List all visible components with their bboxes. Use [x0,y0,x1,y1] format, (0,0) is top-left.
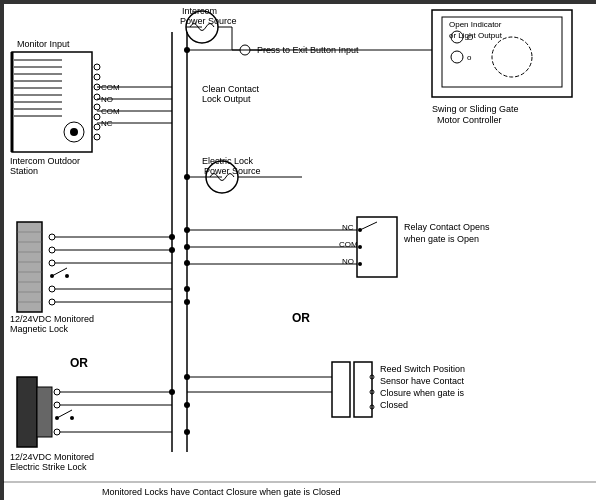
svg-text:Closed: Closed [380,400,408,410]
svg-text:Monitor Input: Monitor Input [17,39,70,49]
svg-text:Electric Strike Lock: Electric Strike Lock [10,462,87,472]
svg-text:Swing or Sliding Gate: Swing or Sliding Gate [432,104,519,114]
svg-point-76 [184,299,190,305]
svg-point-74 [184,260,190,266]
svg-text:Open Indicator: Open Indicator [449,20,502,29]
svg-point-73 [169,247,175,253]
svg-point-86 [70,416,74,420]
svg-text:Intercom Outdoor: Intercom Outdoor [10,156,80,166]
diagram-container: Monitor Input COM NO COM NC Intercom Out… [0,0,596,500]
svg-text:Magnetic Lock: Magnetic Lock [10,324,69,334]
svg-text:or Light Output: or Light Output [449,31,503,40]
svg-text:Electric Lock: Electric Lock [202,156,254,166]
svg-text:Intercom: Intercom [182,6,217,16]
svg-text:o: o [467,53,472,62]
svg-rect-81 [37,387,52,437]
svg-rect-80 [17,377,37,447]
svg-point-121 [184,227,190,233]
svg-point-107 [184,47,190,53]
svg-point-72 [169,234,175,240]
svg-text:12/24VDC Monitored: 12/24VDC Monitored [10,452,94,462]
svg-text:Motor Controller: Motor Controller [437,115,502,125]
svg-point-63 [50,274,54,278]
svg-text:NO: NO [342,257,354,266]
svg-point-64 [65,274,69,278]
svg-text:COM: COM [339,240,358,249]
svg-point-124 [184,174,190,180]
svg-text:OR: OR [292,311,310,325]
svg-point-13 [70,128,78,136]
svg-text:Sensor have Contact: Sensor have Contact [380,376,465,386]
svg-text:Lock Output: Lock Output [202,94,251,104]
svg-point-91 [169,389,175,395]
svg-point-134 [184,374,190,380]
svg-point-122 [184,244,190,250]
svg-point-115 [358,262,362,266]
svg-point-93 [184,429,190,435]
svg-text:12/24VDC Monitored: 12/24VDC Monitored [10,314,94,324]
svg-text:NC: NC [342,223,354,232]
svg-text:Monitored Locks have Contact C: Monitored Locks have Contact Closure whe… [102,487,341,497]
svg-text:Clean Contact: Clean Contact [202,84,260,94]
svg-text:OR: OR [70,356,88,370]
svg-point-92 [184,402,190,408]
svg-text:Closure when gate is: Closure when gate is [380,388,465,398]
svg-point-114 [358,245,362,249]
svg-text:when gate is Open: when gate is Open [403,234,479,244]
svg-rect-50 [17,222,42,312]
svg-point-113 [358,228,362,232]
svg-text:Station: Station [10,166,38,176]
svg-text:Reed Switch Position: Reed Switch Position [380,364,465,374]
svg-text:Power Source: Power Source [180,16,237,26]
svg-point-85 [55,416,59,420]
svg-text:Power Source: Power Source [204,166,261,176]
svg-point-75 [184,286,190,292]
svg-text:Relay Contact Opens: Relay Contact Opens [404,222,490,232]
